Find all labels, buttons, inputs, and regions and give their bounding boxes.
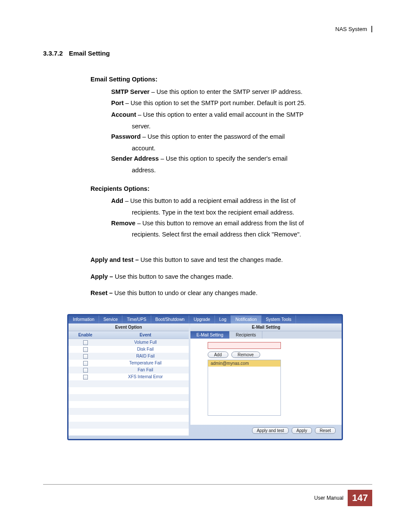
tab-bootshutdown[interactable]: Boot/Shutdown: [151, 315, 190, 324]
table-row: ..: [68, 401, 189, 408]
tab-upgrade[interactable]: Upgrade: [189, 315, 215, 324]
opt-remove-cont: recipients. Select first the email addre…: [132, 229, 372, 240]
section-heading: 3.3.7.2Email Setting: [43, 50, 372, 57]
event-table: Enable Event Volume Full Disk Fail RAID …: [68, 331, 189, 436]
table-row: ..: [68, 387, 189, 394]
table-row: Disk Fail: [68, 346, 189, 353]
table-row: Temperature Fail: [68, 360, 189, 367]
action-reset: Reset – Use this button to undo or clear…: [90, 288, 372, 299]
footer: User Manual 147: [314, 490, 372, 506]
checkbox[interactable]: [83, 354, 88, 359]
embedded-ui: Information Service Time/UPS Boot/Shutdo…: [67, 314, 343, 440]
opt-account-cont: server.: [132, 121, 372, 132]
action-apply-test: Apply and test – Use this button to save…: [90, 255, 372, 265]
recipients-heading: Recipients Options:: [90, 184, 372, 194]
apply-and-test-button[interactable]: Apply and test: [252, 427, 289, 434]
main-tabbar: Information Service Time/UPS Boot/Shutdo…: [68, 315, 342, 324]
checkbox[interactable]: [83, 340, 88, 345]
opt-password: Password – Use this option to enter the …: [111, 131, 372, 142]
list-item[interactable]: admin@mynas.com: [208, 360, 280, 367]
opt-account: Account – Use this option to enter a val…: [111, 109, 372, 120]
subtab-email[interactable]: E-Mail Setting: [190, 331, 230, 339]
table-row: ..: [68, 429, 189, 436]
table-row: Volume Full: [68, 339, 189, 345]
table-row: ..: [68, 422, 189, 429]
apply-button[interactable]: Apply: [292, 427, 312, 434]
table-row: ..: [68, 415, 189, 422]
action-apply: Apply – Use this button to save the chan…: [90, 271, 372, 282]
opt-password-cont: account.: [132, 143, 372, 154]
col-event: Event: [102, 331, 189, 339]
checkbox[interactable]: [83, 368, 88, 373]
tab-information[interactable]: Information: [68, 315, 99, 324]
event-option-title: Event Option: [68, 324, 189, 331]
reset-button[interactable]: Reset: [315, 427, 336, 434]
tab-timeups[interactable]: Time/UPS: [122, 315, 151, 324]
opt-sender-cont: address.: [132, 165, 372, 176]
table-row: XFS Internal Error: [68, 373, 189, 380]
checkbox[interactable]: [83, 361, 88, 366]
opt-add-cont: recipients. Type in the text box the rec…: [132, 207, 372, 218]
section-number: 3.3.7.2: [43, 50, 63, 57]
tab-systemtools[interactable]: System Tools: [262, 315, 296, 324]
recipients-list[interactable]: admin@mynas.com: [208, 360, 281, 416]
checkbox[interactable]: [83, 375, 88, 380]
table-row: ..: [68, 380, 189, 387]
opt-remove: Remove – Use this button to remove an em…: [111, 218, 372, 229]
table-row: ..: [68, 408, 189, 415]
opt-port: Port – Use this option to set the SMTP p…: [111, 98, 372, 109]
opt-smtp: SMTP Server – Use this option to enter t…: [111, 87, 372, 97]
subtabs: E-Mail Setting Recipients: [190, 331, 342, 339]
table-row: Fan Fail: [68, 367, 189, 373]
tab-service[interactable]: Service: [99, 315, 122, 324]
tab-notification[interactable]: Notification: [231, 315, 261, 324]
doc-header: NAS System: [43, 26, 372, 32]
system-name: NAS System: [335, 26, 367, 32]
opt-sender: Sender Address – Use this option to spec…: [111, 153, 372, 164]
email-setting-title: E-Mail Setting: [190, 324, 342, 331]
footer-label: User Manual: [314, 495, 343, 501]
add-button[interactable]: Add: [208, 352, 228, 358]
recipient-input[interactable]: [208, 342, 281, 349]
table-row: RAID Fail: [68, 353, 189, 360]
subtab-recipients[interactable]: Recipients: [230, 331, 262, 339]
checkbox[interactable]: [83, 347, 88, 352]
col-enable: Enable: [68, 331, 102, 339]
footer-rule: [43, 484, 372, 485]
section-title: Email Setting: [69, 50, 110, 57]
tab-log[interactable]: Log: [215, 315, 231, 324]
table-row: ..: [68, 394, 189, 401]
remove-button[interactable]: Remove: [231, 352, 260, 358]
opt-add: Add – Use this button to add a recipient…: [111, 196, 372, 206]
page-number: 147: [348, 490, 372, 506]
email-options-heading: Email Setting Options:: [90, 74, 372, 85]
